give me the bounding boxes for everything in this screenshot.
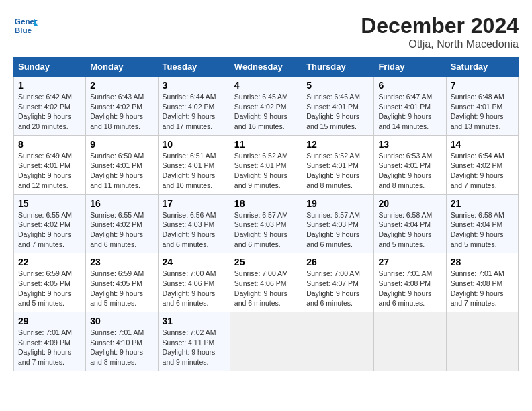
day-number: 14 xyxy=(451,139,514,150)
day-number: 7 xyxy=(451,80,514,91)
day-number: 28 xyxy=(451,257,514,267)
calendar-cell: 24 Sunrise: 7:00 AMSunset: 4:06 PMDaylig… xyxy=(158,253,230,312)
calendar-cell: 4 Sunrise: 6:45 AMSunset: 4:02 PMDayligh… xyxy=(230,77,302,136)
day-info: Sunrise: 6:56 AMSunset: 4:03 PMDaylight:… xyxy=(163,210,226,250)
day-info: Sunrise: 6:51 AMSunset: 4:01 PMDaylight:… xyxy=(163,151,226,191)
day-number: 30 xyxy=(90,316,153,326)
weekday-header-sunday: Sunday xyxy=(14,58,86,77)
day-info: Sunrise: 6:59 AMSunset: 4:05 PMDaylight:… xyxy=(18,269,81,308)
calendar-cell: 3 Sunrise: 6:44 AMSunset: 4:02 PMDayligh… xyxy=(158,77,230,136)
day-info: Sunrise: 6:57 AMSunset: 4:03 PMDaylight:… xyxy=(306,210,369,250)
day-number: 1 xyxy=(18,80,81,91)
day-info: Sunrise: 7:00 AMSunset: 4:07 PMDaylight:… xyxy=(306,269,369,308)
month-title: December 2024 xyxy=(361,13,519,38)
day-info: Sunrise: 6:53 AMSunset: 4:01 PMDaylight:… xyxy=(378,151,441,191)
calendar-cell xyxy=(374,312,446,371)
day-info: Sunrise: 6:47 AMSunset: 4:01 PMDaylight:… xyxy=(378,92,441,132)
day-number: 4 xyxy=(234,80,298,91)
day-number: 15 xyxy=(18,198,81,209)
calendar-cell: 19 Sunrise: 6:57 AMSunset: 4:03 PMDaylig… xyxy=(302,194,374,253)
day-info: Sunrise: 6:44 AMSunset: 4:02 PMDaylight:… xyxy=(163,92,226,132)
calendar-week-row: 29 Sunrise: 7:01 AMSunset: 4:09 PMDaylig… xyxy=(14,312,519,371)
day-info: Sunrise: 7:01 AMSunset: 4:10 PMDaylight:… xyxy=(90,328,153,367)
calendar-cell: 26 Sunrise: 7:00 AMSunset: 4:07 PMDaylig… xyxy=(302,253,374,312)
day-number: 8 xyxy=(18,139,81,150)
day-info: Sunrise: 6:55 AMSunset: 4:02 PMDaylight:… xyxy=(90,210,153,250)
day-info: Sunrise: 6:46 AMSunset: 4:01 PMDaylight:… xyxy=(306,92,369,132)
weekday-header-thursday: Thursday xyxy=(302,58,374,77)
day-info: Sunrise: 7:01 AMSunset: 4:08 PMDaylight:… xyxy=(451,269,514,308)
calendar-cell: 25 Sunrise: 7:00 AMSunset: 4:06 PMDaylig… xyxy=(230,253,302,312)
day-number: 20 xyxy=(378,198,441,209)
day-number: 5 xyxy=(306,80,369,91)
calendar-cell: 23 Sunrise: 6:59 AMSunset: 4:05 PMDaylig… xyxy=(86,253,158,312)
day-info: Sunrise: 6:43 AMSunset: 4:02 PMDaylight:… xyxy=(90,92,153,132)
day-number: 25 xyxy=(234,257,298,267)
calendar-week-row: 1 Sunrise: 6:42 AMSunset: 4:02 PMDayligh… xyxy=(14,77,519,136)
svg-text:Blue: Blue xyxy=(15,26,32,34)
weekday-header-monday: Monday xyxy=(86,58,158,77)
calendar-table: SundayMondayTuesdayWednesdayThursdayFrid… xyxy=(13,57,519,371)
day-number: 6 xyxy=(378,80,441,91)
page-header: General Blue December 2024 Otlja, North … xyxy=(13,13,519,50)
day-number: 11 xyxy=(234,139,298,150)
day-info: Sunrise: 6:57 AMSunset: 4:03 PMDaylight:… xyxy=(234,210,298,250)
day-number: 2 xyxy=(90,80,153,91)
day-number: 13 xyxy=(378,139,441,150)
day-info: Sunrise: 7:01 AMSunset: 4:08 PMDaylight:… xyxy=(378,269,441,308)
location-title: Otlja, North Macedonia xyxy=(361,38,519,50)
day-number: 18 xyxy=(234,198,298,209)
calendar-cell: 6 Sunrise: 6:47 AMSunset: 4:01 PMDayligh… xyxy=(374,77,446,136)
day-number: 27 xyxy=(378,257,441,267)
weekday-header-tuesday: Tuesday xyxy=(158,58,230,77)
day-number: 12 xyxy=(306,139,369,150)
day-number: 10 xyxy=(163,139,226,150)
calendar-cell: 15 Sunrise: 6:55 AMSunset: 4:02 PMDaylig… xyxy=(14,194,86,253)
calendar-cell: 5 Sunrise: 6:46 AMSunset: 4:01 PMDayligh… xyxy=(302,77,374,136)
calendar-cell: 1 Sunrise: 6:42 AMSunset: 4:02 PMDayligh… xyxy=(14,77,86,136)
calendar-cell: 7 Sunrise: 6:48 AMSunset: 4:01 PMDayligh… xyxy=(446,77,518,136)
calendar-cell: 16 Sunrise: 6:55 AMSunset: 4:02 PMDaylig… xyxy=(86,194,158,253)
day-info: Sunrise: 6:45 AMSunset: 4:02 PMDaylight:… xyxy=(234,92,298,132)
day-info: Sunrise: 7:00 AMSunset: 4:06 PMDaylight:… xyxy=(234,269,298,308)
calendar-cell: 2 Sunrise: 6:43 AMSunset: 4:02 PMDayligh… xyxy=(86,77,158,136)
weekday-header-row: SundayMondayTuesdayWednesdayThursdayFrid… xyxy=(14,58,519,77)
day-number: 31 xyxy=(163,316,226,326)
calendar-cell: 20 Sunrise: 6:58 AMSunset: 4:04 PMDaylig… xyxy=(374,194,446,253)
logo-icon: General Blue xyxy=(13,13,38,38)
calendar-cell: 17 Sunrise: 6:56 AMSunset: 4:03 PMDaylig… xyxy=(158,194,230,253)
day-info: Sunrise: 6:42 AMSunset: 4:02 PMDaylight:… xyxy=(18,92,81,132)
calendar-cell: 27 Sunrise: 7:01 AMSunset: 4:08 PMDaylig… xyxy=(374,253,446,312)
day-number: 19 xyxy=(306,198,369,209)
day-info: Sunrise: 7:02 AMSunset: 4:11 PMDaylight:… xyxy=(163,328,226,367)
day-number: 29 xyxy=(18,316,81,326)
title-area: December 2024 Otlja, North Macedonia xyxy=(361,13,519,50)
logo: General Blue xyxy=(13,13,38,38)
calendar-cell: 18 Sunrise: 6:57 AMSunset: 4:03 PMDaylig… xyxy=(230,194,302,253)
calendar-cell: 13 Sunrise: 6:53 AMSunset: 4:01 PMDaylig… xyxy=(374,135,446,194)
calendar-cell: 22 Sunrise: 6:59 AMSunset: 4:05 PMDaylig… xyxy=(14,253,86,312)
day-info: Sunrise: 6:49 AMSunset: 4:01 PMDaylight:… xyxy=(18,151,81,191)
calendar-cell: 14 Sunrise: 6:54 AMSunset: 4:02 PMDaylig… xyxy=(446,135,518,194)
day-info: Sunrise: 6:58 AMSunset: 4:04 PMDaylight:… xyxy=(451,210,514,250)
weekday-header-saturday: Saturday xyxy=(446,58,518,77)
calendar-cell: 21 Sunrise: 6:58 AMSunset: 4:04 PMDaylig… xyxy=(446,194,518,253)
calendar-week-row: 8 Sunrise: 6:49 AMSunset: 4:01 PMDayligh… xyxy=(14,135,519,194)
calendar-cell: 10 Sunrise: 6:51 AMSunset: 4:01 PMDaylig… xyxy=(158,135,230,194)
day-number: 26 xyxy=(306,257,369,267)
calendar-cell: 29 Sunrise: 7:01 AMSunset: 4:09 PMDaylig… xyxy=(14,312,86,371)
day-info: Sunrise: 7:01 AMSunset: 4:09 PMDaylight:… xyxy=(18,328,81,367)
day-number: 17 xyxy=(163,198,226,209)
calendar-cell: 12 Sunrise: 6:52 AMSunset: 4:01 PMDaylig… xyxy=(302,135,374,194)
calendar-cell: 8 Sunrise: 6:49 AMSunset: 4:01 PMDayligh… xyxy=(14,135,86,194)
day-number: 3 xyxy=(163,80,226,91)
calendar-cell: 11 Sunrise: 6:52 AMSunset: 4:01 PMDaylig… xyxy=(230,135,302,194)
calendar-week-row: 22 Sunrise: 6:59 AMSunset: 4:05 PMDaylig… xyxy=(14,253,519,312)
day-info: Sunrise: 6:59 AMSunset: 4:05 PMDaylight:… xyxy=(90,269,153,308)
day-number: 23 xyxy=(90,257,153,267)
calendar-cell: 9 Sunrise: 6:50 AMSunset: 4:01 PMDayligh… xyxy=(86,135,158,194)
day-info: Sunrise: 6:54 AMSunset: 4:02 PMDaylight:… xyxy=(451,151,514,191)
day-number: 24 xyxy=(163,257,226,267)
day-info: Sunrise: 6:52 AMSunset: 4:01 PMDaylight:… xyxy=(306,151,369,191)
calendar-cell: 28 Sunrise: 7:01 AMSunset: 4:08 PMDaylig… xyxy=(446,253,518,312)
